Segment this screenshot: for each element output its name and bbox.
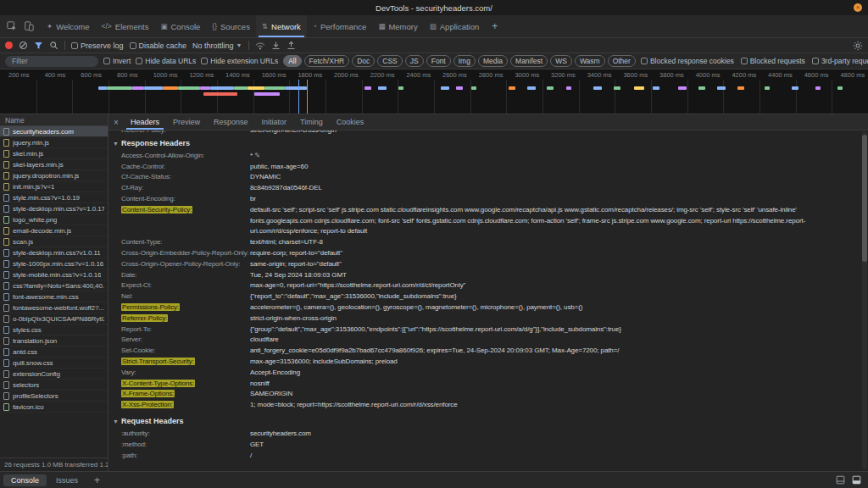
request-row[interactable]: css?family=Noto+Sans:400,40... — [0, 280, 108, 291]
dock-side-icon[interactable] — [836, 475, 845, 485]
import-har-icon[interactable] — [271, 41, 281, 50]
filter-toggle-checkbox[interactable]: 3rd-party requests — [812, 57, 868, 65]
filter-input[interactable] — [5, 56, 98, 67]
request-row[interactable]: styles.css — [0, 324, 108, 336]
drawer-bar: ConsoleIssues + — [0, 471, 868, 488]
tab-welcome[interactable]: ✦Welcome — [41, 15, 96, 37]
throttling-dropdown[interactable]: No throttling ▼ — [192, 42, 242, 50]
request-row[interactable]: logo_white.png — [0, 214, 108, 225]
network-conditions-icon[interactable] — [255, 42, 265, 50]
scrollbar-thumb[interactable] — [862, 135, 867, 262]
window-close-button[interactable]: × — [854, 3, 862, 12]
filter-type-chip[interactable]: WS — [550, 55, 572, 67]
header-name: :path: — [121, 452, 137, 459]
filter-type-chip[interactable]: Wasm — [575, 55, 605, 67]
filter-type-chip[interactable]: Media — [478, 55, 508, 67]
filter-type-chip[interactable]: JS — [405, 55, 424, 67]
filter-bar: Invert Hide data URLs Hide extension URL… — [0, 53, 868, 69]
request-row[interactable]: email-decode.min.js — [0, 225, 108, 236]
filter-toggle-icon[interactable] — [34, 41, 43, 50]
device-toolbar-icon[interactable] — [24, 21, 34, 31]
filter-type-chip[interactable]: Doc — [352, 55, 375, 67]
filter-type-chip[interactable]: Img — [453, 55, 476, 67]
request-row[interactable]: skel.min.js — [0, 148, 108, 159]
record-button[interactable] — [5, 42, 13, 49]
more-tabs-button[interactable]: + — [485, 15, 504, 37]
header-name: :method: — [121, 441, 147, 448]
header-row: :path:/ — [113, 451, 856, 462]
request-name: style.min.css?v=1.0.19 — [13, 194, 80, 202]
filter-type-chip[interactable]: Fetch/XHR — [304, 55, 350, 67]
request-row[interactable]: style-desktop.min.css?v1.0.11 — [0, 247, 108, 258]
header-name: X-Frame-Options: — [121, 390, 175, 397]
request-row[interactable]: jquery.dropotron.min.js — [0, 170, 108, 181]
request-row[interactable]: translation.json — [0, 336, 108, 347]
edit-icon[interactable]: ✎ — [254, 152, 260, 159]
tab-performance[interactable]: ◔Performance — [307, 15, 373, 37]
request-row[interactable]: init.min.js?v=1 — [0, 181, 108, 192]
request-row[interactable]: securityheaders.com — [0, 126, 108, 137]
name-column-header[interactable]: Name — [0, 114, 108, 126]
filter-toggle-checkbox[interactable]: Blocked response cookies — [641, 57, 734, 65]
filter-type-chip[interactable]: Manifest — [510, 55, 548, 67]
detail-tab-timing[interactable]: Timing — [293, 114, 330, 130]
clear-button[interactable] — [19, 41, 28, 50]
network-overview[interactable]: 200 ms400 ms600 ms800 ms1000 ms1200 ms14… — [0, 69, 868, 114]
tab-memory[interactable]: ▦Memory — [372, 15, 423, 37]
header-name: Cross-Origin-Opener-Policy-Report-Only: — [121, 260, 240, 268]
filter-type-chip[interactable]: All — [283, 55, 301, 67]
response-headers-section[interactable]: ▼ Response Headers — [113, 136, 856, 151]
request-row[interactable]: skel-layers.min.js — [0, 159, 108, 170]
request-headers-section[interactable]: ▼ Request Headers — [113, 414, 856, 429]
preserve-log-checkbox[interactable]: Preserve log — [71, 42, 124, 50]
drawer-more-button[interactable]: + — [87, 474, 107, 486]
expand-drawer-icon[interactable] — [852, 475, 861, 485]
request-row[interactable]: favicon.ico — [0, 402, 108, 413]
request-row[interactable]: style-mobile.min.css?v=1.0.16 — [0, 269, 108, 280]
request-row[interactable]: style-1000px.min.css?v=1.0.16 — [0, 258, 108, 269]
detail-tab-headers[interactable]: Headers — [124, 114, 166, 130]
request-row[interactable]: profileSelectors — [0, 391, 108, 402]
request-row[interactable]: style.min.css?v=1.0.19 — [0, 192, 108, 203]
request-row[interactable]: style-desktop.min.css?v=1.0.17 — [0, 203, 108, 214]
filter-type-chip[interactable]: CSS — [377, 55, 402, 67]
detail-tab-initiator[interactable]: Initiator — [255, 114, 294, 130]
request-row[interactable]: o-0bIpQIx3QUICSA4PN86RytI2... — [0, 313, 108, 324]
detail-tab-response[interactable]: Response — [207, 114, 255, 130]
waterfall-bar — [653, 86, 659, 90]
request-row[interactable]: quill.snow.css — [0, 358, 108, 369]
request-row[interactable]: antd.css — [0, 347, 108, 358]
header-name: Server: — [121, 336, 142, 343]
tab-label: Application — [440, 22, 479, 31]
request-row[interactable]: font-awesome.min.css — [0, 291, 108, 302]
filter-type-chip[interactable]: Other — [608, 55, 636, 67]
request-row[interactable]: scan.js — [0, 236, 108, 247]
invert-checkbox[interactable]: Invert — [103, 57, 131, 65]
tab-network[interactable]: ⇅Network — [256, 15, 307, 37]
tab-sources[interactable]: {}Sources — [206, 15, 256, 37]
request-row[interactable]: fontawesome-webfont.woff2?... — [0, 302, 108, 313]
request-row[interactable]: selectors — [0, 380, 108, 391]
hide-data-urls-checkbox[interactable]: Hide data URLs — [136, 57, 196, 65]
filter-toggle-checkbox[interactable]: Blocked requests — [741, 57, 805, 65]
disable-cache-checkbox[interactable]: Disable cache — [130, 42, 187, 50]
settings-gear-icon[interactable] — [853, 41, 863, 51]
drawer-tab-issues[interactable]: Issues — [48, 474, 86, 486]
search-icon[interactable] — [49, 41, 58, 50]
tab-application[interactable]: ▧Application — [424, 15, 486, 37]
waterfall-bar — [264, 86, 285, 90]
tab-elements[interactable]: </>Elements — [96, 15, 155, 37]
export-har-icon[interactable] — [287, 41, 296, 50]
header-value: Accept-Encoding — [250, 368, 856, 379]
request-row[interactable]: extensionConfig — [0, 369, 108, 380]
header-value: max-age=0, report-uri="https://scotthelm… — [250, 280, 856, 291]
hide-extension-urls-checkbox[interactable]: Hide extension URLs — [201, 57, 278, 65]
filter-type-chip[interactable]: Font — [426, 55, 451, 67]
detail-tab-preview[interactable]: Preview — [166, 114, 207, 130]
close-icon[interactable]: × — [108, 118, 124, 127]
detail-tab-cookies[interactable]: Cookies — [330, 114, 371, 130]
tab-console[interactable]: ▣Console — [154, 15, 206, 37]
drawer-tab-console[interactable]: Console — [3, 474, 47, 486]
request-row[interactable]: jquery.min.js — [0, 137, 108, 148]
inspect-element-icon[interactable] — [7, 21, 17, 31]
